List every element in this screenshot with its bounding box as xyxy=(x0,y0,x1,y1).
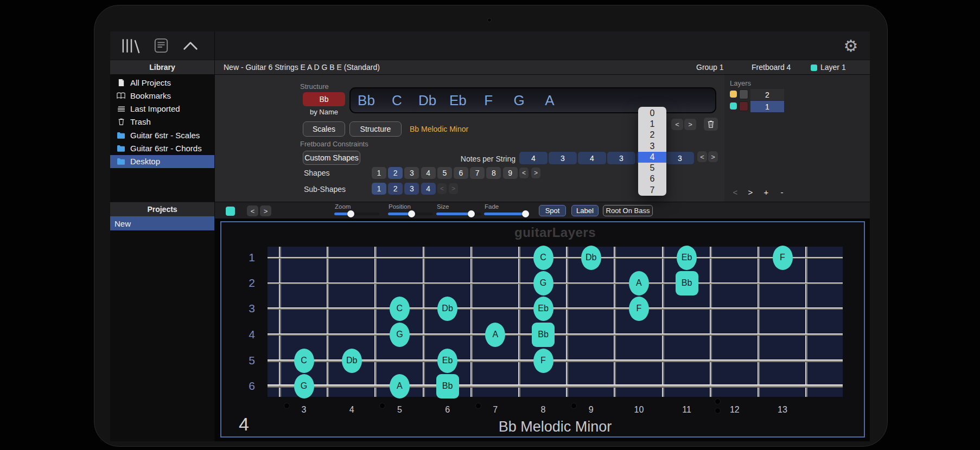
toolbar-next-button[interactable]: > xyxy=(260,205,271,216)
root-note-button[interactable]: Bb xyxy=(303,92,345,106)
dropdown-item-7[interactable]: 7 xyxy=(638,185,666,196)
shape-button-8[interactable]: 8 xyxy=(486,167,501,179)
fretboard-note-eb-s1f11[interactable]: Eb xyxy=(677,246,697,270)
fretboard-note-f-s5f8[interactable]: F xyxy=(533,349,553,373)
fretboard-note-eb-s3f8[interactable]: Eb xyxy=(533,297,553,321)
sidebar-item-guitar-6str-chords[interactable]: Guitar 6str - Chords xyxy=(110,142,214,155)
fretboard-note-c-s5f3[interactable]: C xyxy=(294,349,314,373)
shapes-prev-button[interactable]: < xyxy=(519,168,529,178)
project-item-new[interactable]: New xyxy=(110,216,214,230)
dropdown-item-6[interactable]: 6 xyxy=(638,173,666,184)
size-slider-knob[interactable] xyxy=(468,210,475,217)
layers-nav-prev[interactable]: < xyxy=(729,187,741,197)
subshape-button-1[interactable]: 1 xyxy=(372,183,386,195)
dropdown-item-1[interactable]: 1 xyxy=(638,119,666,130)
fretboard-indicator[interactable]: Fretboard 4 xyxy=(752,60,791,75)
shape-button-9[interactable]: 9 xyxy=(503,167,518,179)
shapes-next-button[interactable]: > xyxy=(531,168,540,178)
notes-per-string-dropdown[interactable]: 01234567 xyxy=(638,107,666,196)
position-slider-knob[interactable] xyxy=(408,210,415,217)
fretboard-note-c-s3f5[interactable]: C xyxy=(390,297,410,321)
chevron-up-icon[interactable] xyxy=(181,39,200,52)
group-indicator[interactable]: Group 1 xyxy=(696,60,724,75)
nps-button-1[interactable]: 3 xyxy=(549,152,577,164)
sidebar-item-trash[interactable]: Trash xyxy=(110,115,214,128)
fretboard-note-g-s2f8[interactable]: G xyxy=(533,271,553,295)
dropdown-item-4[interactable]: 4 xyxy=(638,152,666,163)
spot-button[interactable]: Spot xyxy=(539,205,566,216)
dropdown-item-5[interactable]: 5 xyxy=(638,163,666,173)
fretboard-note-f-s1f13[interactable]: F xyxy=(773,246,793,270)
layer-color-swatch[interactable] xyxy=(730,91,737,98)
subshapes-next-button[interactable]: > xyxy=(449,183,458,194)
fretboard-note-a-s2f10[interactable]: A xyxy=(629,271,649,295)
nps-button-3[interactable]: 3 xyxy=(607,152,635,164)
shape-button-5[interactable]: 5 xyxy=(437,167,452,179)
shape-button-6[interactable]: 6 xyxy=(454,167,468,179)
root-on-bass-button[interactable]: Root On Bass xyxy=(603,205,653,216)
subshape-button-2[interactable]: 2 xyxy=(388,183,403,195)
nps-button-0[interactable]: 4 xyxy=(519,152,548,164)
dropdown-item-2[interactable]: 2 xyxy=(638,130,666,140)
fade-slider-knob[interactable] xyxy=(522,210,529,217)
shape-button-3[interactable]: 3 xyxy=(404,167,419,179)
subshape-button-4[interactable]: 4 xyxy=(421,183,436,195)
dropdown-item-0[interactable]: 0 xyxy=(638,108,666,119)
layer-secondary-swatch[interactable] xyxy=(739,101,748,111)
fretboard-note-db-s3f6[interactable]: Db xyxy=(437,297,457,321)
library-icon[interactable] xyxy=(119,37,144,54)
sidebar-item-desktop[interactable]: Desktop xyxy=(110,155,214,168)
nps-button-2[interactable]: 4 xyxy=(578,152,606,164)
nps-button-5[interactable]: 3 xyxy=(666,152,694,164)
fretboard-note-bb-s2f11[interactable]: Bb xyxy=(676,271,698,295)
fretboard[interactable] xyxy=(268,247,843,397)
layers-nav-add[interactable]: + xyxy=(760,187,772,197)
fretboard-note-db-s5f4[interactable]: Db xyxy=(342,349,362,373)
toolbar-prev-button[interactable]: < xyxy=(247,205,258,216)
shape-button-1[interactable]: 1 xyxy=(372,167,386,179)
fret-number-11: 11 xyxy=(675,405,699,415)
fretboard-note-a-s6f5[interactable]: A xyxy=(390,374,410,398)
active-layer-swatch[interactable] xyxy=(226,207,235,216)
delete-button[interactable] xyxy=(704,118,718,131)
layer-indicator[interactable]: Layer 1 xyxy=(820,60,846,75)
label-button[interactable]: Label xyxy=(571,205,599,216)
fretboard-note-a-s4f7[interactable]: A xyxy=(485,323,505,347)
fretboard-note-g-s4f5[interactable]: G xyxy=(390,323,410,347)
layer-secondary-swatch[interactable] xyxy=(739,89,748,99)
sidebar-item-guitar-6str-scales[interactable]: Guitar 6str - Scales xyxy=(110,128,214,142)
fretboard-note-eb-s5f6[interactable]: Eb xyxy=(437,349,457,373)
scale-prev-button[interactable]: < xyxy=(671,119,683,130)
scales-button[interactable]: Scales xyxy=(303,121,345,137)
gear-icon[interactable]: ⚙ xyxy=(839,34,863,57)
dropdown-item-3[interactable]: 3 xyxy=(638,140,666,151)
sidebar-item-bookmarks[interactable]: Bookmarks xyxy=(110,89,214,102)
fretboard-note-db-s1f9[interactable]: Db xyxy=(581,246,601,270)
fretboard-note-c-s1f8[interactable]: C xyxy=(533,246,553,270)
document-icon[interactable] xyxy=(152,37,170,54)
sidebar-item-last-imported[interactable]: Last Imported xyxy=(110,102,214,115)
layer-row-1[interactable]: 1 xyxy=(750,101,784,112)
structure-button[interactable]: Structure xyxy=(349,121,402,137)
fretboard-note-f-s3f10[interactable]: F xyxy=(629,297,649,321)
subshape-button-3[interactable]: 3 xyxy=(404,183,419,195)
layers-nav-remove[interactable]: - xyxy=(776,187,788,197)
nps-prev-button[interactable]: < xyxy=(697,151,707,162)
zoom-slider-knob[interactable] xyxy=(347,210,354,217)
sidebar-item-all-projects[interactable]: All Projects xyxy=(110,76,214,89)
layer-row-2[interactable]: 2 xyxy=(750,89,784,100)
fret-wire xyxy=(279,247,281,397)
fretboard-note-g-s6f3[interactable]: G xyxy=(294,374,314,398)
fretboard-title: Bb Melodic Minor xyxy=(499,419,612,435)
shape-button-4[interactable]: 4 xyxy=(421,167,436,179)
subshapes-prev-button[interactable]: < xyxy=(437,183,447,194)
shape-button-2[interactable]: 2 xyxy=(388,167,403,179)
nps-next-button[interactable]: > xyxy=(708,151,718,162)
scale-next-button[interactable]: > xyxy=(684,119,696,130)
layer-color-swatch[interactable] xyxy=(730,102,737,110)
fretboard-note-bb-s4f8[interactable]: Bb xyxy=(532,323,555,347)
shape-button-7[interactable]: 7 xyxy=(470,167,485,179)
fretboard-note-bb-s6f6[interactable]: Bb xyxy=(436,374,459,398)
layers-nav-next[interactable]: > xyxy=(744,187,756,197)
custom-shapes-button[interactable]: Custom Shapes xyxy=(303,151,360,165)
